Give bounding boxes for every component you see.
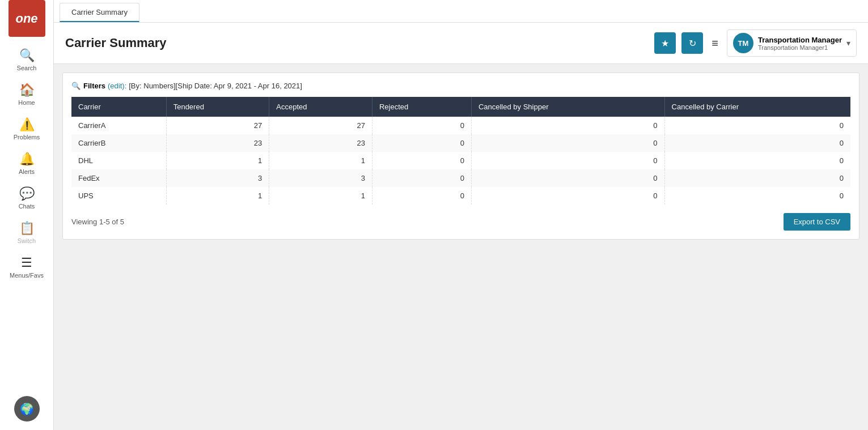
table-header-row: Carrier Tendered Accepted Rejected Cance…: [71, 97, 850, 117]
logo-text: one: [15, 11, 37, 26]
filters-label: Filters: [83, 82, 105, 90]
sidebar-item-alerts[interactable]: 🔔 Alerts: [0, 146, 53, 181]
sidebar-item-home[interactable]: 🏠 Home: [0, 77, 53, 112]
table-row: CarrierB 23 23 0 0 0: [71, 134, 850, 152]
sidebar-item-label: Search: [17, 65, 37, 71]
col-cancelled-carrier: Cancelled by Carrier: [664, 97, 850, 117]
user-name: Transportation Manager: [758, 36, 842, 44]
tab-carrier-summary[interactable]: Carrier Summary: [60, 3, 139, 22]
star-icon: ★: [661, 38, 669, 49]
col-rejected: Rejected: [372, 97, 471, 117]
viewing-text: Viewing 1-5 of 5: [71, 218, 124, 226]
cell-carrier: DHL: [71, 152, 166, 169]
user-role: Transportation Manager1: [758, 44, 842, 51]
cell-carrier: CarrierB: [71, 134, 166, 152]
cell-cancelled-carrier: 0: [664, 187, 850, 205]
cell-cancelled-carrier: 0: [664, 117, 850, 134]
tab-bar: Carrier Summary: [54, 0, 868, 23]
cell-tendered: 27: [166, 117, 269, 134]
cell-rejected: 0: [372, 187, 471, 205]
cell-carrier: FedEx: [71, 169, 166, 187]
table-footer: Viewing 1-5 of 5 Export to CSV: [71, 213, 850, 231]
sidebar-item-label: Alerts: [19, 168, 35, 175]
cell-rejected: 0: [372, 152, 471, 169]
cell-rejected: 0: [372, 134, 471, 152]
menu-icon: ≡: [712, 37, 718, 49]
cell-cancelled-carrier: 0: [664, 152, 850, 169]
cell-cancelled-shipper: 0: [471, 152, 664, 169]
avatar-initials: TM: [738, 39, 749, 48]
main-card: 🔍 Filters (edit): [By: Numbers][Ship Dat…: [62, 73, 859, 240]
filters-text: [By: Numbers][Ship Date: Apr 9, 2021 - A…: [129, 82, 302, 90]
switch-icon: 📋: [19, 221, 35, 236]
cell-tendered: 1: [166, 187, 269, 205]
menu-button[interactable]: ≡: [709, 34, 721, 53]
sidebar-item-label: Menus/Favs: [10, 272, 44, 279]
cell-rejected: 0: [372, 169, 471, 187]
bell-icon: 🔔: [19, 152, 35, 167]
page-title: Carrier Summary: [65, 36, 649, 50]
home-icon: 🏠: [19, 83, 35, 97]
refresh-icon: ↻: [689, 38, 696, 49]
col-tendered: Tendered: [166, 97, 269, 117]
cell-accepted: 3: [269, 169, 372, 187]
sidebar-item-label: Problems: [14, 134, 40, 141]
cell-cancelled-shipper: 0: [471, 134, 664, 152]
sidebar-item-search[interactable]: 🔍 Search: [0, 42, 53, 77]
user-globe-avatar: 🌍: [14, 396, 40, 422]
cell-rejected: 0: [372, 117, 471, 134]
tab-label: Carrier Summary: [71, 8, 128, 16]
refresh-button[interactable]: ↻: [681, 32, 703, 54]
col-accepted: Accepted: [269, 97, 372, 117]
sidebar-item-switch[interactable]: 📋 Switch: [0, 215, 53, 250]
table-row: FedEx 3 3 0 0 0: [71, 169, 850, 187]
table-row: UPS 1 1 0 0 0: [71, 187, 850, 205]
app-logo[interactable]: one: [9, 0, 45, 37]
col-cancelled-shipper: Cancelled by Shipper: [471, 97, 664, 117]
filter-icon: 🔍: [71, 82, 81, 90]
cell-cancelled-shipper: 0: [471, 187, 664, 205]
cell-cancelled-carrier: 0: [664, 134, 850, 152]
sidebar: one 🔍 Search 🏠 Home ⚠️ Problems 🔔 Alerts…: [0, 0, 54, 430]
cell-cancelled-shipper: 0: [471, 169, 664, 187]
filters-bar: 🔍 Filters (edit): [By: Numbers][Ship Dat…: [71, 82, 850, 90]
warning-icon: ⚠️: [19, 117, 35, 132]
sidebar-item-label: Home: [18, 99, 35, 106]
page-header: Carrier Summary ★ ↻ ≡ TM Transportation …: [54, 23, 868, 64]
user-text: Transportation Manager Transportation Ma…: [758, 36, 842, 51]
content-area: 🔍 Filters (edit): [By: Numbers][Ship Dat…: [54, 64, 868, 430]
search-icon: 🔍: [19, 48, 35, 63]
menus-icon: ☰: [21, 256, 32, 270]
table-row: DHL 1 1 0 0 0: [71, 152, 850, 169]
cell-accepted: 23: [269, 134, 372, 152]
cell-carrier: CarrierA: [71, 117, 166, 134]
cell-tendered: 23: [166, 134, 269, 152]
cell-tendered: 1: [166, 152, 269, 169]
col-carrier: Carrier: [71, 97, 166, 117]
star-button[interactable]: ★: [654, 32, 676, 54]
main-area: Carrier Summary Carrier Summary ★ ↻ ≡ TM…: [54, 0, 868, 430]
sidebar-item-label: Chats: [19, 203, 35, 210]
chevron-down-icon: ▾: [846, 39, 850, 48]
avatar: TM: [733, 33, 753, 53]
cell-accepted: 1: [269, 187, 372, 205]
cell-cancelled-shipper: 0: [471, 117, 664, 134]
cell-tendered: 3: [166, 169, 269, 187]
cell-accepted: 1: [269, 152, 372, 169]
sidebar-item-label: Switch: [18, 237, 36, 244]
chat-icon: 💬: [19, 186, 35, 201]
cell-accepted: 27: [269, 117, 372, 134]
export-csv-button[interactable]: Export to CSV: [784, 213, 850, 231]
table-body: CarrierA 27 27 0 0 0 CarrierB 23 23 0 0 …: [71, 117, 850, 205]
table-row: CarrierA 27 27 0 0 0: [71, 117, 850, 134]
cell-cancelled-carrier: 0: [664, 169, 850, 187]
carrier-summary-table: Carrier Tendered Accepted Rejected Cance…: [71, 97, 850, 205]
user-info[interactable]: TM Transportation Manager Transportation…: [727, 29, 857, 57]
sidebar-item-menus[interactable]: ☰ Menus/Favs: [0, 250, 53, 284]
sidebar-item-problems[interactable]: ⚠️ Problems: [0, 112, 53, 146]
sidebar-item-chats[interactable]: 💬 Chats: [0, 181, 53, 215]
filters-edit-link[interactable]: (edit):: [108, 82, 126, 90]
cell-carrier: UPS: [71, 187, 166, 205]
